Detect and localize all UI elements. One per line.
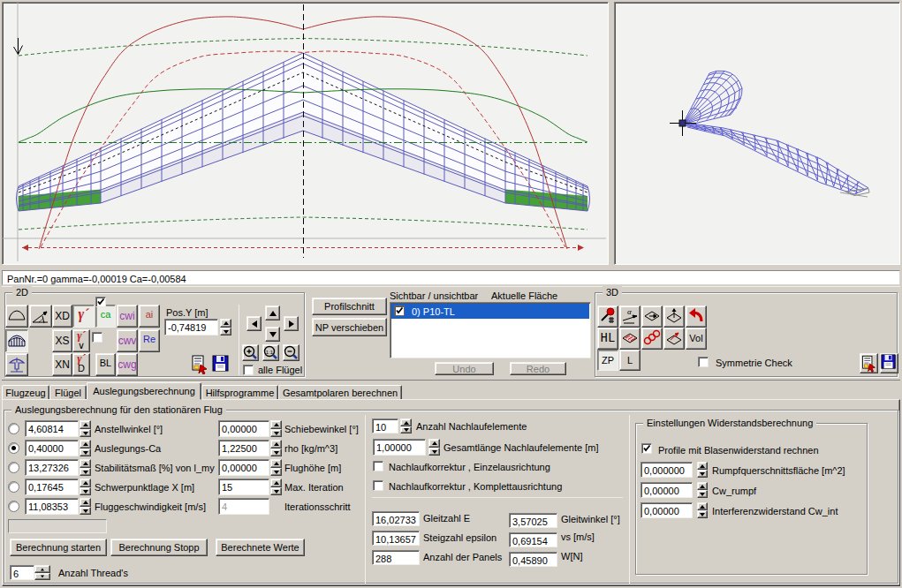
svg-text:α: α (627, 307, 632, 316)
svg-text:1:1: 1:1 (266, 350, 274, 355)
